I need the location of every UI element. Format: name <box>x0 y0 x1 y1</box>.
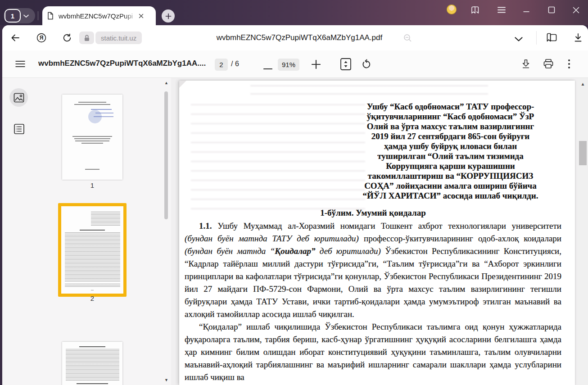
new-tab-button[interactable] <box>162 9 175 23</box>
pdf-actions-expander[interactable] <box>514 36 523 44</box>
paragraph-1-1: 1.1. Ушбу Муҳаммад ал-Хоразмий номидаги … <box>185 220 561 321</box>
document-icon <box>47 12 54 20</box>
minimize-icon <box>523 6 530 14</box>
avatar[interactable] <box>447 5 457 14</box>
chevron-down-icon <box>514 36 523 42</box>
chevron-down-icon <box>23 14 29 18</box>
yandex-icon: Я <box>36 33 46 43</box>
pdf-more-menu[interactable] <box>568 59 570 71</box>
thumbnail-page-2-selected[interactable] <box>58 203 127 297</box>
fit-to-page-button[interactable] <box>340 58 352 72</box>
browser-tab[interactable]: wvbmhEZNC5w7QzPupi <box>42 6 156 25</box>
lock-icon <box>84 34 90 42</box>
plus-icon <box>312 60 321 69</box>
pdf-content-area: 1 2 ▲ <box>2 78 588 385</box>
menu-button[interactable] <box>495 4 508 16</box>
rotate-button[interactable] <box>361 59 372 72</box>
list-icon <box>14 123 25 135</box>
kebab-menu-icon <box>568 59 570 69</box>
scroll-up-arrow[interactable]: ▲ <box>163 81 170 85</box>
download-outline-icon <box>521 59 531 69</box>
tab-counter[interactable]: 1 <box>4 8 35 23</box>
refresh-button[interactable] <box>62 33 72 45</box>
scroll-up-arrow[interactable]: ▲ <box>578 82 588 86</box>
search-minus-icon <box>403 34 412 42</box>
outline-view-button[interactable] <box>14 123 25 136</box>
page-title: wvbmhEZNC5w7QzPupiWTqX6aMZbYg1AA.pdf <box>182 33 416 42</box>
close-icon <box>573 7 579 14</box>
page-total: / 6 <box>231 60 239 68</box>
yandex-home-button[interactable]: Я <box>36 33 46 45</box>
scroll-down-arrow[interactable]: ▼ <box>163 378 170 382</box>
thumbnail-page-1[interactable] <box>62 95 122 180</box>
thumbnail-scrollbar[interactable]: ▲ ▼ <box>163 78 170 385</box>
site-security-chip[interactable] <box>79 32 94 44</box>
main-scrollbar[interactable]: ▲ <box>578 78 588 385</box>
zoom-in-button[interactable] <box>312 60 321 71</box>
browser-window: 1 wvbmhEZNC5w7QzPupi <box>0 0 588 385</box>
tab-close-icon[interactable] <box>139 14 144 18</box>
thumbnails-view-button[interactable] <box>9 88 28 107</box>
rotate-ccw-icon <box>361 59 372 70</box>
thumbnail-label-2: 2 <box>83 294 101 302</box>
hamburger-icon <box>15 60 26 68</box>
tab-separator <box>38 11 38 20</box>
doc-body-text: 1.1. Ушбу Муҳаммад ал-Хоразмий номидаги … <box>185 220 561 384</box>
pdf-filename: wvbmhEZNC5w7QzPupiWTqX6aMZbYg1AA.... <box>38 59 206 68</box>
tab-count-badge[interactable]: 1 <box>5 9 21 23</box>
scrollbar-thumb[interactable] <box>579 141 587 165</box>
pdf-page-2: Ушбу “Касб одобномаси” ТАТУ профессор- ў… <box>179 81 575 385</box>
toolbar-divider <box>536 31 537 45</box>
zoom-level[interactable]: 91% <box>278 59 299 71</box>
fit-page-icon <box>340 58 352 71</box>
back-button[interactable] <box>10 32 21 45</box>
thumbnail-page-3[interactable] <box>62 342 122 385</box>
maximize-icon <box>548 6 555 14</box>
tab-bar: 1 wvbmhEZNC5w7QzPupi <box>0 0 588 25</box>
doc-intro-block: Ушбу “Касб одобномаси” ТАТУ профессор- ў… <box>317 102 584 201</box>
download-icon <box>573 32 583 43</box>
collections-icon <box>545 32 558 43</box>
collections-button[interactable] <box>545 32 558 45</box>
pdf-viewer-pane: Ушбу “Касб одобномаси” ТАТУ профессор- ў… <box>171 78 588 385</box>
maximize-button[interactable] <box>545 4 558 16</box>
close-button[interactable] <box>570 4 582 16</box>
svg-text:Я: Я <box>40 35 44 41</box>
zoom-out-button[interactable] <box>263 63 272 72</box>
page-number-input[interactable]: 2 <box>215 59 228 71</box>
page-fold-corner <box>179 81 186 88</box>
pdf-toolbar: wvbmhEZNC5w7QzPupiWTqX6aMZbYg1AA.... 2 /… <box>2 50 588 78</box>
plus-icon <box>165 13 172 19</box>
browser-panel: Я static.tuit.uz wvbmhEZNC5w7QzPupiWTqX6… <box>2 25 588 385</box>
print-button[interactable] <box>543 59 554 71</box>
bookmarks-button[interactable] <box>469 4 481 16</box>
pdf-sidebar-toggle[interactable] <box>15 60 26 69</box>
back-arrow-icon <box>10 32 21 43</box>
thumbnail-panel: 1 2 ▲ <box>36 78 171 385</box>
tab-title: wvbmhEZNC5w7QzPupi <box>59 12 139 20</box>
minus-icon <box>263 68 272 70</box>
downloads-button[interactable] <box>573 32 583 45</box>
paragraph-2: “Қоидалар” ишлаб чиқилишида Ўзбекистон Р… <box>185 321 561 384</box>
image-icon <box>14 93 24 103</box>
address-domain-chip[interactable]: static.tuit.uz <box>95 32 142 44</box>
section-heading: 1-бўлим. Умумий қоидалар <box>185 208 561 218</box>
thumbnail-label-1: 1 <box>83 181 101 189</box>
browser-toolbar: Я static.tuit.uz wvbmhEZNC5w7QzPupiWTqX6… <box>2 25 588 50</box>
pdf-sidebar-tools <box>2 78 36 385</box>
printer-icon <box>543 59 554 69</box>
bleedthrough-text <box>250 85 488 100</box>
hamburger-icon <box>497 6 506 14</box>
pdf-download-button[interactable] <box>521 59 531 71</box>
find-on-page-button[interactable] <box>403 34 412 44</box>
refresh-icon <box>62 33 72 43</box>
minimize-button[interactable] <box>520 4 533 16</box>
scrollbar-thumb[interactable] <box>164 91 168 219</box>
bookmarks-icon <box>470 5 480 15</box>
